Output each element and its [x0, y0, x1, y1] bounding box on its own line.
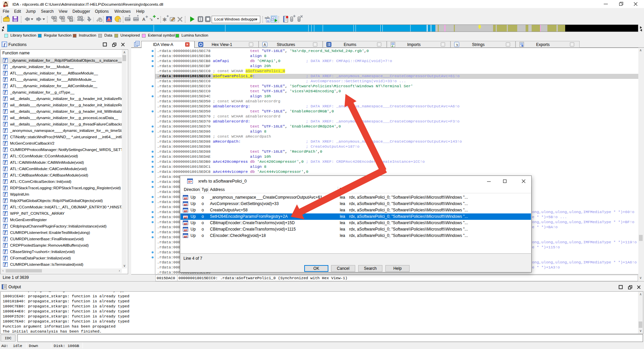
svg-text:T: T [62, 19, 64, 21]
svg-text:101: 101 [69, 19, 73, 21]
svg-text:‘s: ‘s [150, 17, 153, 22]
svg-text:CODE: CODE [125, 18, 130, 20]
svg-text:DATA: DATA [134, 18, 139, 20]
svg-text:C: C [272, 17, 275, 20]
svg-text:C: C [267, 19, 269, 22]
svg-text:#: # [55, 19, 56, 21]
svg-text:✱: ✱ [162, 17, 167, 22]
svg-text:A: A [142, 17, 146, 22]
